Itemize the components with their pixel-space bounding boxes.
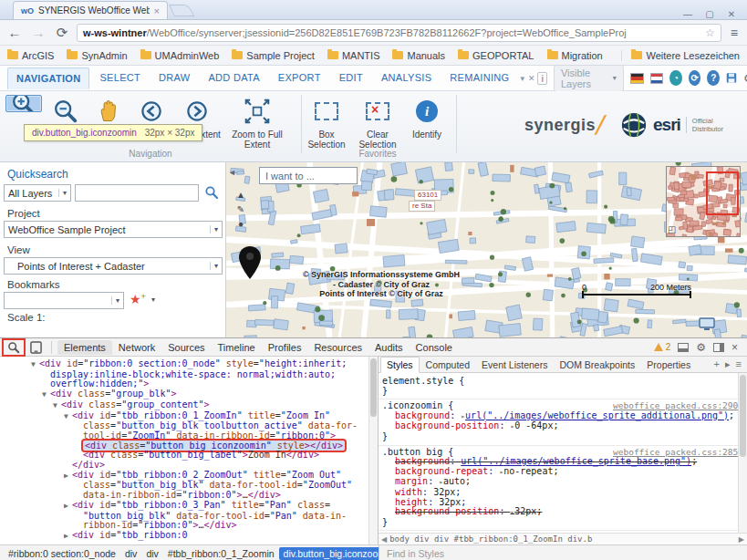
css-selector[interactable]: element.style {	[382, 377, 464, 386]
overview-corner-icon[interactable]: ◰	[668, 224, 676, 234]
devtools-tab-console[interactable]: Console	[410, 340, 459, 355]
previous-extent-button[interactable]	[133, 95, 170, 128]
refresh-icon[interactable]: ⟳	[689, 70, 701, 86]
language-dutch-icon[interactable]	[650, 73, 664, 84]
address-bar[interactable]: w-ws-wintner /WebOffice/synserver;jsessi…	[77, 24, 721, 42]
tree-disclosure-icon[interactable]: ▶	[64, 502, 72, 512]
breadcrumb-item[interactable]: #ribbon:0 section:0_node	[4, 547, 120, 560]
css-value[interactable]: 32px	[433, 487, 455, 497]
browser-menu-icon[interactable]: ≡	[727, 26, 742, 40]
bookmark-item[interactable]: UMAdminWeb	[140, 50, 220, 61]
css-rule[interactable]: weboffice_packed.css:2855.button_big {ba…	[379, 447, 747, 532]
devtools-tab-timeline[interactable]: Timeline	[212, 340, 262, 355]
console-warnings-button[interactable]: 2	[654, 342, 671, 352]
clear-selection-button[interactable]: ×	[359, 95, 396, 128]
devtools-tab-network[interactable]: Network	[112, 340, 161, 355]
add-bookmark-star-icon[interactable]: ★+	[130, 292, 146, 306]
minimize-button[interactable]: —	[681, 9, 694, 19]
find-in-styles[interactable]: Find in Styles	[379, 545, 747, 560]
forward-button[interactable]: →	[29, 25, 47, 40]
toggle-element-state-icon[interactable]: ▸	[725, 358, 731, 370]
map-view[interactable]: ◄ I want to ... ▲ ✎ ● © SynerGIS Informa…	[226, 162, 747, 337]
dom-tree-line[interactable]: ribbon-id="ribbon:0">…</div>	[0, 521, 378, 531]
overview-toggle-icon[interactable]	[699, 317, 715, 331]
tree-disclosure-icon[interactable]: ▼	[64, 412, 72, 422]
styles-rules[interactable]: element.style {}weboffice_packed.css:290…	[379, 373, 747, 533]
css-value[interactable]: no-repeat	[503, 466, 553, 476]
search-icon[interactable]	[204, 185, 219, 200]
ribbon-tab-add-data[interactable]: ADD DATA	[200, 67, 267, 89]
css-rule[interactable]: element.style {}	[379, 376, 747, 399]
ribbon-collapse-icon[interactable]: ✕	[528, 74, 535, 83]
language-german-icon[interactable]	[630, 73, 644, 84]
inspect-element-button[interactable]	[4, 340, 24, 355]
css-value[interactable]: 0 -64px	[514, 420, 553, 430]
ribbon-tab-select[interactable]: SELECT	[91, 67, 149, 89]
north-arrow-icon[interactable]: ▲	[233, 190, 248, 200]
quicksearch-input[interactable]	[75, 184, 199, 202]
styles-tab-dom-breakpoints[interactable]: DOM Breakpoints	[554, 358, 640, 372]
bookmark-item[interactable]: MANTIS	[327, 50, 380, 61]
box-selection-button[interactable]	[308, 95, 345, 128]
ribbon-tab-edit[interactable]: EDIT	[331, 67, 371, 89]
scroll-left-icon[interactable]: ◀	[379, 535, 389, 544]
dom-tree-line[interactable]: <div class="button_big_label">Zoom In</d…	[0, 451, 378, 461]
breadcrumb-item[interactable]: #tbb_ribbon:0_1_Zoomin	[163, 547, 279, 560]
devtools-tab-sources[interactable]: Sources	[161, 340, 211, 355]
styles-tab-properties[interactable]: Properties	[641, 358, 696, 372]
bookmarks-select[interactable]: ▾	[4, 292, 124, 309]
ribbon-tab-remaining[interactable]: REMAINING	[441, 67, 517, 89]
save-icon[interactable]	[726, 71, 737, 85]
help-icon[interactable]: ?	[707, 70, 720, 86]
edit-icon[interactable]: ✎	[233, 204, 248, 214]
bookmark-star-icon[interactable]: ☆	[705, 26, 715, 39]
css-selector[interactable]: .button_big {	[382, 448, 453, 457]
identify-button[interactable]: i	[409, 95, 445, 128]
new-style-rule-icon[interactable]: +	[714, 358, 720, 370]
devtools-settings-icon[interactable]: ⚙	[696, 341, 706, 354]
ribbon-tab-navigation[interactable]: NAVIGATION	[7, 67, 89, 89]
panel-collapse-icon[interactable]: ◄	[228, 168, 236, 177]
css-value[interactable]: 32px	[439, 497, 461, 507]
browser-tab[interactable]: wO SYNERGIS WebOffice Web ×	[13, 1, 168, 19]
devtools-tab-resources[interactable]: Resources	[307, 340, 368, 355]
css-url-link[interactable]: url("../images/weboffice_sprite_base.png…	[461, 456, 691, 466]
breadcrumb-item-active[interactable]: div.button_big.iconzoomin	[279, 547, 379, 560]
bookmark-item[interactable]: Migration	[547, 50, 603, 61]
back-button[interactable]: ←	[5, 25, 24, 40]
styles-menu-icon[interactable]: ≡	[736, 358, 742, 370]
css-url-link[interactable]: url("../images/weboffice_sprite_addition…	[465, 410, 729, 420]
tree-disclosure-icon[interactable]: ▶	[64, 472, 72, 482]
bookmark-menu-chevron-icon[interactable]: ▾	[151, 296, 155, 304]
quicksearch-heading[interactable]: Quicksearch	[7, 168, 68, 181]
zoom-in-button[interactable]	[5, 95, 42, 112]
i-want-to-combobox[interactable]: I want to ...	[259, 167, 358, 184]
console-drawer-icon[interactable]	[678, 343, 689, 352]
reload-button[interactable]: ⟳	[53, 25, 71, 41]
tab-close-icon[interactable]: ×	[154, 5, 160, 16]
tree-disclosure-icon[interactable]: ▼	[53, 401, 61, 411]
bookmark-item[interactable]: ArcGIS	[7, 50, 54, 61]
scrollbar-thumb[interactable]	[740, 375, 746, 457]
layers-select[interactable]: All Layers ▾	[4, 184, 71, 202]
close-button[interactable]: ✕	[725, 9, 738, 19]
devtools-close-icon[interactable]: ×	[731, 341, 738, 354]
tree-disclosure-icon[interactable]: ▼	[42, 390, 50, 400]
bookmark-item[interactable]: Manuals	[392, 50, 445, 61]
ribbon-tab-analysis[interactable]: ANALYSIS	[373, 67, 440, 89]
settings-menu[interactable]: ⚙▾	[743, 72, 747, 85]
bookmark-item[interactable]: GEOPORTAL	[458, 50, 534, 61]
css-property[interactable]: background-position: ▸0 -64px;	[382, 421, 743, 432]
info-icon[interactable]: i	[537, 72, 546, 85]
device-mode-button[interactable]	[26, 340, 46, 355]
devtools-tab-elements[interactable]: Elements	[57, 340, 112, 355]
breadcrumb-item[interactable]: div	[120, 547, 141, 560]
styles-tab-computed[interactable]: Computed	[420, 358, 475, 372]
ribbon-more-icon[interactable]: ▾	[520, 74, 524, 83]
pan-button[interactable]	[89, 95, 126, 128]
globe-icon[interactable]: ◔	[669, 70, 682, 86]
ribbon-tab-export[interactable]: EXPORT	[270, 67, 329, 89]
dock-side-icon[interactable]	[713, 343, 724, 352]
map-pin-icon[interactable]	[239, 246, 261, 279]
overview-map[interactable]	[666, 166, 741, 237]
